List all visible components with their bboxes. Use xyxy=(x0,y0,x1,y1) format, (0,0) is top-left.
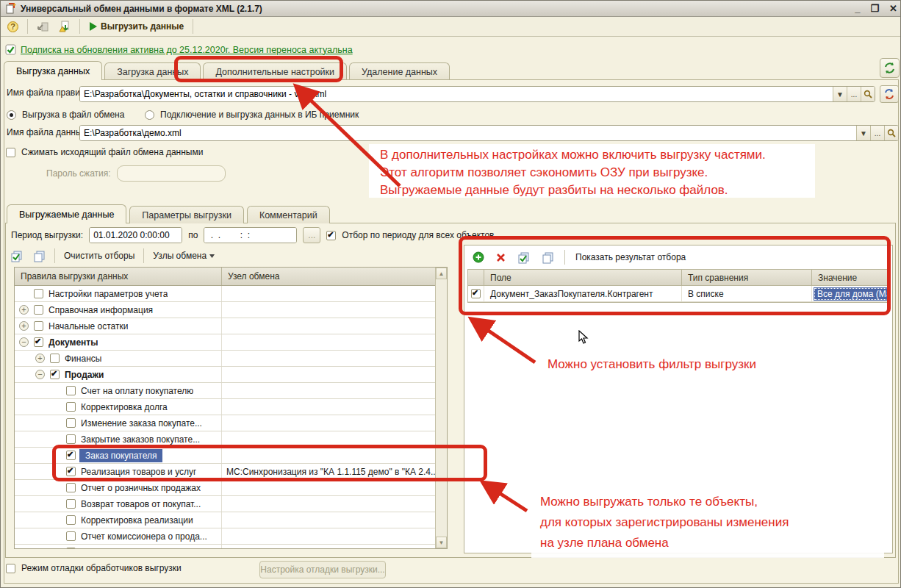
clear-filters-button[interactable]: Очистить отборы xyxy=(60,248,138,263)
data-dropdown-button[interactable]: ▼ xyxy=(856,126,870,140)
reload-rules-button[interactable] xyxy=(880,85,899,103)
period-more-button[interactable]: ... xyxy=(303,227,320,243)
note3-line: для которых зарегистрированы изменения xyxy=(540,512,789,533)
tree-row[interactable]: Возврат товаров от покупат... xyxy=(15,496,435,512)
tree-row[interactable]: Корректировка реализации xyxy=(15,512,435,528)
data-more-button[interactable]: ... xyxy=(870,126,884,140)
rule-checkbox[interactable] xyxy=(34,337,43,347)
rule-checkbox[interactable] xyxy=(66,531,76,541)
close-button[interactable]: ✕ xyxy=(889,4,897,13)
compress-checkbox[interactable] xyxy=(6,148,15,157)
filter-table: Поле Тип сравнения Значение Документ_Зак… xyxy=(467,269,891,303)
help-button[interactable]: ? xyxy=(4,18,22,35)
radio-connect-ib[interactable] xyxy=(145,110,154,120)
tree-scrollbar[interactable]: ▲ ▼ xyxy=(435,268,447,548)
rule-checkbox[interactable] xyxy=(66,483,76,492)
filter-row[interactable]: Документ_ЗаказПокупателя.КонтрагентВ спи… xyxy=(468,286,890,302)
rules-more-button[interactable]: ... xyxy=(847,87,861,101)
tree-header-node: Узел обмена xyxy=(222,271,435,282)
add-filter-button[interactable] xyxy=(469,250,488,265)
rule-checkbox[interactable] xyxy=(50,354,60,363)
tab-export-data[interactable]: Выгрузка данных xyxy=(4,61,102,80)
load-settings-button[interactable] xyxy=(33,18,52,35)
filter-row-check xyxy=(468,286,484,301)
rules-file-row: Имя файла правил: xyxy=(7,87,87,98)
tree-row[interactable]: Отчет о розничных продажах xyxy=(15,480,435,496)
rule-checkbox[interactable] xyxy=(34,305,43,315)
debug-mode-checkbox[interactable] xyxy=(6,564,15,573)
tree-row[interactable]: Заказ покупателя xyxy=(15,448,435,464)
password-input[interactable] xyxy=(117,165,226,182)
collapse-icon[interactable]: − xyxy=(19,337,29,347)
collapse-icon[interactable]: − xyxy=(35,370,45,379)
main-tab-bar: Выгрузка данных Загрузка данных Дополнит… xyxy=(4,62,450,80)
period-to-input[interactable] xyxy=(204,228,297,243)
tab-import-data[interactable]: Загрузка данных xyxy=(104,62,201,80)
scroll-down-icon[interactable]: ▼ xyxy=(436,537,447,548)
data-search-button[interactable] xyxy=(884,126,898,140)
rule-checkbox[interactable] xyxy=(34,289,43,298)
tree-row[interactable]: +Финансы xyxy=(15,351,435,367)
tree-row[interactable]: Отчет комиссионера о прода... xyxy=(15,528,435,545)
subscription-link[interactable]: Подписка на обновления активна до 25.12.… xyxy=(21,45,353,55)
save-settings-button[interactable] xyxy=(55,18,74,35)
rule-checkbox[interactable] xyxy=(66,499,76,509)
period-filter-checkbox[interactable] xyxy=(326,231,336,240)
tab-delete-data[interactable]: Удаление данных xyxy=(349,62,450,80)
rule-checkbox[interactable] xyxy=(66,515,76,525)
expand-icon[interactable]: + xyxy=(19,305,29,315)
exchange-node-cell: МС:Синхронизация из "КА 1.1.115 демо" в … xyxy=(222,467,435,477)
rule-checkbox[interactable] xyxy=(66,451,76,460)
tab-additional-settings[interactable]: Дополнительные настройки xyxy=(203,62,347,80)
rule-label: Документы xyxy=(49,337,98,348)
expand-icon[interactable]: + xyxy=(19,321,29,331)
tree-row[interactable]: Корректировка долга xyxy=(15,399,435,415)
rule-checkbox[interactable] xyxy=(66,418,76,428)
rules-dropdown-button[interactable]: ▼ xyxy=(833,87,847,101)
filter-checkbox[interactable] xyxy=(471,289,481,298)
tab-export-params[interactable]: Параметры выгрузки xyxy=(129,206,244,223)
debug-settings-button[interactable]: Настройка отладки выгрузки... xyxy=(259,561,386,578)
check-all-button[interactable] xyxy=(7,248,26,263)
rule-checkbox[interactable] xyxy=(50,370,60,379)
exchange-nodes-button[interactable]: Узлы обмена xyxy=(149,248,218,263)
uncheck-all-button[interactable] xyxy=(29,248,49,263)
tree-row[interactable]: Изменение заказа покупате... xyxy=(15,415,435,431)
rule-checkbox[interactable] xyxy=(34,321,43,331)
data-file-input[interactable] xyxy=(80,126,856,140)
period-from-input[interactable] xyxy=(90,228,182,243)
filter-value-selected[interactable]: Все для дома (Магазин) xyxy=(814,287,890,301)
tree-row[interactable]: Реализация товаров и услугМС:Синхронизац… xyxy=(15,464,435,480)
expand-icon[interactable]: + xyxy=(35,354,45,363)
filter-check-all-button[interactable] xyxy=(514,250,534,265)
rule-checkbox[interactable] xyxy=(66,548,76,548)
rule-checkbox[interactable] xyxy=(66,386,76,395)
tree-row[interactable]: Настройки параметров учета xyxy=(15,286,435,302)
rules-file-input[interactable] xyxy=(80,87,833,101)
tree-row[interactable]: −Продажи xyxy=(15,367,435,383)
minimize-button[interactable]: _ xyxy=(855,4,860,13)
filter-uncheck-all-button[interactable] xyxy=(538,250,558,265)
run-export-button[interactable]: Выгрузить данные xyxy=(85,18,187,35)
restore-button[interactable]: ❐ xyxy=(870,4,879,13)
note3-line: Можно выгружать только те объекты, xyxy=(540,492,789,512)
rule-checkbox[interactable] xyxy=(66,434,76,444)
tree-row[interactable]: Закрытие заказов покупате... xyxy=(15,431,435,448)
rule-checkbox[interactable] xyxy=(66,467,76,476)
rules-search-button[interactable] xyxy=(861,87,875,101)
tree-row[interactable]: Счет на оплату покупателю xyxy=(15,383,435,399)
refresh-button[interactable] xyxy=(880,58,900,78)
note3-text: Можно выгружать только те объекты, для к… xyxy=(540,492,789,553)
show-filter-result-button[interactable]: Показать результат отбора xyxy=(572,250,689,265)
delete-filter-button[interactable] xyxy=(492,250,509,265)
tree-row[interactable]: +Справочная информация xyxy=(15,302,435,318)
radio-export-to-file[interactable] xyxy=(7,110,16,120)
tree-row[interactable]: План продаж xyxy=(15,545,435,548)
scroll-up-icon[interactable]: ▲ xyxy=(436,268,447,279)
tab-comment[interactable]: Комментарий xyxy=(247,206,330,223)
tree-row[interactable]: −Документы xyxy=(15,334,435,351)
tree-row[interactable]: +Начальные остатки xyxy=(15,318,435,334)
note1-line: Выгружаемые данные будут разбиты на неск… xyxy=(380,182,766,199)
rule-checkbox[interactable] xyxy=(66,402,76,412)
tab-exported-data[interactable]: Выгружаемые данные xyxy=(7,204,126,223)
